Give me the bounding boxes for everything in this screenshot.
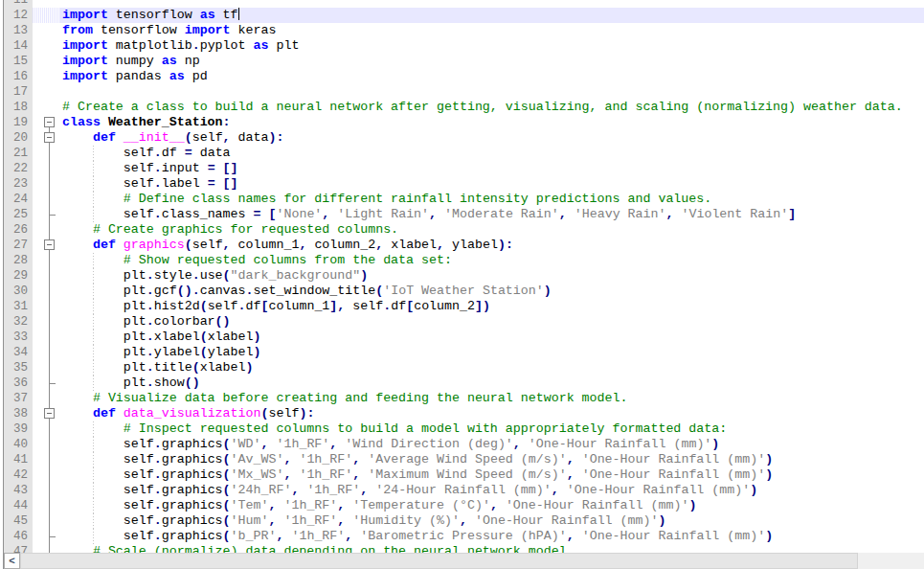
indent-guide-line — [93, 330, 94, 345]
code-text[interactable]: plt.colorbar() — [59, 314, 924, 330]
code-token: input — [162, 161, 208, 175]
code-token: np — [177, 54, 200, 68]
fold-connector-line — [49, 161, 50, 176]
scroll-left-button[interactable]: < — [4, 553, 20, 569]
fold-margin — [33, 253, 59, 268]
fold-collapse-toggle-icon[interactable] — [44, 117, 55, 127]
code-token: import — [62, 69, 108, 83]
fold-collapse-toggle-icon[interactable] — [44, 239, 55, 250]
code-text[interactable]: self.graphics('Hum', '1h_RF', 'Humidity … — [59, 513, 924, 529]
code-text[interactable]: import matplotlib.pyplot as plt — [59, 38, 924, 54]
code-text[interactable]: class Weather_Station: — [59, 115, 924, 130]
code-token: ) — [544, 284, 552, 298]
code-text-content: plt.colorbar() — [59, 314, 924, 330]
code-text-content: class Weather_Station: — [59, 115, 924, 130]
code-line-31: 31 plt.hist2d(self.df[column_1], self.df… — [0, 299, 924, 314]
code-text[interactable]: self.input = [] — [59, 161, 924, 176]
code-text[interactable] — [59, 84, 924, 100]
code-text[interactable]: from tensorflow import keras — [59, 23, 924, 38]
indent-guide-line — [93, 345, 94, 360]
code-text[interactable]: plt.hist2d(self.df[column_1], self.df[co… — [59, 299, 924, 314]
code-token: "dark_background" — [231, 268, 361, 283]
code-text[interactable] — [59, 0, 924, 8]
code-text[interactable]: def data_visualization(self): — [59, 406, 924, 421]
code-text[interactable]: # Show requested columns from the data s… — [59, 253, 924, 268]
code-editor: 1112import tensorflow as tf13from tensor… — [0, 0, 924, 569]
code-text[interactable]: # Visualize data before creating and fee… — [59, 391, 924, 406]
code-token: ) — [765, 529, 773, 543]
indent-guide-line — [93, 146, 94, 161]
code-line-22: 22 self.input = [] — [0, 161, 924, 176]
line-number: 23 — [4, 176, 33, 192]
code-text[interactable]: self.graphics('24h_RF', '1h_RF', '24-Hou… — [59, 483, 924, 498]
code-text[interactable]: # Create a class to build a neural netwo… — [59, 100, 924, 115]
code-token: data — [192, 146, 231, 160]
code-text[interactable]: self.label = [] — [59, 176, 924, 192]
code-text[interactable]: # Inspect requested columns to build a m… — [59, 421, 924, 437]
code-token: 'b_PR' — [231, 529, 277, 543]
code-token: self — [62, 161, 154, 175]
code-token — [116, 238, 124, 252]
code-text[interactable]: self.class_names = ['None', 'Light Rain'… — [59, 207, 924, 222]
code-text[interactable]: plt.style.use("dark_background") — [59, 268, 924, 284]
code-text[interactable]: self.graphics('b_PR', '1h_RF', 'Barometr… — [59, 529, 924, 544]
code-token: import — [62, 38, 108, 53]
line-number: 26 — [4, 222, 33, 238]
code-lines: 1112import tensorflow as tf13from tensor… — [0, 0, 924, 559]
code-text[interactable]: def graphics(self, column_1, column_2, x… — [59, 238, 924, 253]
code-token: style — [154, 268, 192, 283]
code-text[interactable]: self.df = data — [59, 146, 924, 161]
code-text[interactable]: # Create graphics for requested columns. — [59, 222, 924, 238]
code-text[interactable]: import tensorflow as tf — [59, 8, 924, 23]
code-text[interactable]: plt.title(xlabel) — [59, 360, 924, 376]
fold-collapse-toggle-icon[interactable] — [44, 132, 55, 143]
line-number: 35 — [4, 360, 33, 376]
fold-margin — [33, 146, 59, 161]
code-text[interactable]: plt.xlabel(xlabel) — [59, 330, 924, 345]
code-text[interactable]: # Define class names for different rainf… — [59, 192, 924, 207]
code-text[interactable]: def __init__(self, data): — [59, 130, 924, 146]
code-text[interactable]: import numpy as np — [59, 54, 924, 69]
code-token: . — [154, 176, 162, 191]
code-token: ( — [223, 483, 231, 497]
line-number: 34 — [4, 345, 33, 360]
code-text[interactable]: self.graphics('Mx_WS', '1h_RF', 'Maximum… — [59, 467, 924, 483]
fold-margin — [33, 130, 59, 146]
code-text[interactable]: import pandas as pd — [59, 69, 924, 84]
code-token: , — [437, 238, 452, 252]
code-token: . — [146, 345, 154, 359]
code-token: column_2 — [314, 238, 375, 252]
code-token: xlabel — [391, 238, 437, 252]
code-text-content: plt.show() — [59, 376, 924, 391]
code-text-content: from tensorflow import keras — [59, 23, 924, 38]
code-token — [116, 130, 124, 145]
code-text[interactable]: plt.show() — [59, 376, 924, 391]
fold-margin — [33, 452, 59, 467]
code-text[interactable]: self.graphics('Av_WS', '1h_RF', 'Average… — [59, 452, 924, 467]
fold-margin — [33, 268, 59, 284]
code-token: ) — [360, 268, 368, 283]
code-token: . — [154, 207, 162, 221]
code-line-45: 45 self.graphics('Hum', '1h_RF', 'Humidi… — [0, 513, 924, 529]
code-token: 'Mx_WS' — [231, 467, 284, 482]
horizontal-scrollbar[interactable]: < — [4, 553, 924, 569]
scrollbar-thumb[interactable] — [20, 553, 858, 569]
code-line-13: 13from tensorflow import keras — [0, 23, 924, 38]
code-token: pyplot — [200, 38, 254, 53]
code-token: plt — [62, 330, 146, 344]
code-token: # Show requested columns from the data s… — [124, 253, 452, 267]
code-text[interactable]: self.graphics('WD', '1h_RF', 'Wind Direc… — [59, 437, 924, 452]
code-token: self — [62, 452, 154, 467]
code-line-21: 21 self.df = data — [0, 146, 924, 161]
code-token: 'Wind Direction (deg)' — [345, 437, 513, 451]
indent-guide-line — [93, 268, 94, 284]
code-token — [215, 176, 223, 191]
code-text[interactable]: plt.ylabel(ylabel) — [59, 345, 924, 360]
code-token: . — [238, 299, 246, 313]
code-text[interactable]: plt.gcf().canvas.set_window_title('IoT W… — [59, 284, 924, 299]
fold-collapse-toggle-icon[interactable] — [44, 408, 55, 419]
code-token: self — [268, 406, 299, 421]
code-token: , — [283, 467, 299, 482]
fold-connector-line — [49, 330, 50, 345]
code-text[interactable]: self.graphics('Tem', '1h_RF', 'Temperatu… — [59, 498, 924, 513]
